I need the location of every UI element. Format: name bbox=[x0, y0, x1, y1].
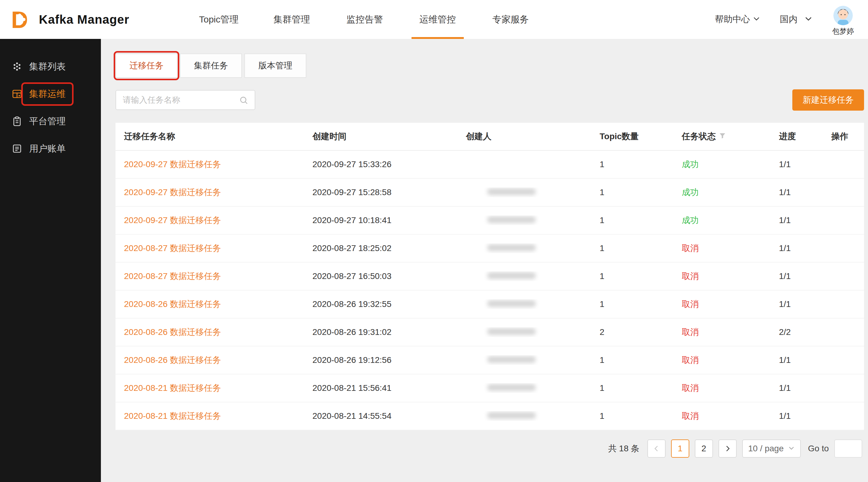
column-task-status: 任务状态 bbox=[673, 131, 770, 142]
search-icon[interactable] bbox=[239, 95, 249, 105]
status-badge: 成功 bbox=[673, 215, 770, 226]
topic-count-cell: 1 bbox=[591, 299, 673, 309]
creator-cell bbox=[457, 216, 591, 225]
created-time-cell: 2020-08-27 18:25:02 bbox=[304, 244, 457, 253]
svg-text:D: D bbox=[11, 7, 28, 32]
creator-cell bbox=[457, 271, 591, 281]
sidebar-item-label: 用户账单 bbox=[29, 142, 66, 155]
cluster-ops-icon bbox=[11, 89, 23, 99]
nav-topic-manage[interactable]: Topic管理 bbox=[182, 0, 255, 39]
column-creator: 创建人 bbox=[457, 131, 591, 142]
help-center-menu[interactable]: 帮助中心 bbox=[715, 13, 761, 26]
tab-cluster-tasks[interactable]: 集群任务 bbox=[180, 54, 242, 78]
created-time-cell: 2020-08-26 19:31:02 bbox=[304, 327, 457, 337]
topic-count-cell: 1 bbox=[591, 244, 673, 253]
user-billing-icon bbox=[11, 143, 23, 154]
topic-count-cell: 1 bbox=[591, 355, 673, 365]
table-row: 2020-09-27 数据迁移任务 2020-09-27 15:33:26 1 … bbox=[116, 151, 864, 179]
task-name-link[interactable]: 2020-09-27 数据迁移任务 bbox=[124, 160, 221, 169]
task-name-link[interactable]: 2020-08-26 数据迁移任务 bbox=[124, 327, 221, 337]
header-right: 帮助中心 国内 包梦婷 bbox=[715, 0, 854, 39]
progress-cell: 1/1 bbox=[770, 271, 823, 281]
topic-count-cell: 1 bbox=[591, 160, 673, 169]
creator-cell bbox=[457, 299, 591, 309]
topic-count-cell: 1 bbox=[591, 271, 673, 281]
region-selector[interactable]: 国内 bbox=[780, 13, 813, 26]
task-name-link[interactable]: 2020-08-21 数据迁移任务 bbox=[124, 383, 221, 393]
goto-label: Go to bbox=[808, 444, 829, 453]
task-name-link[interactable]: 2020-08-21 数据迁移任务 bbox=[124, 411, 221, 421]
status-badge: 取消 bbox=[673, 298, 770, 310]
created-time-cell: 2020-08-26 19:12:56 bbox=[304, 355, 457, 365]
username: 包梦婷 bbox=[832, 26, 854, 36]
pagination-page-2[interactable]: 2 bbox=[695, 440, 713, 458]
progress-cell: 1/1 bbox=[770, 411, 823, 421]
task-name-link[interactable]: 2020-08-27 数据迁移任务 bbox=[124, 271, 221, 281]
top-header: D Kafka Manager Topic管理 集群管理 监控告警 运维管控 专… bbox=[0, 0, 868, 39]
table-row: 2020-08-26 数据迁移任务 2020-08-26 19:31:02 2 … bbox=[116, 319, 864, 347]
search-input[interactable] bbox=[116, 91, 255, 109]
creator-cell bbox=[457, 188, 591, 197]
region-label: 国内 bbox=[780, 13, 798, 26]
user-profile[interactable]: 包梦婷 bbox=[832, 6, 854, 36]
nav-expert-service[interactable]: 专家服务 bbox=[474, 0, 547, 39]
task-name-link[interactable]: 2020-09-27 数据迁移任务 bbox=[124, 188, 221, 197]
creator-cell bbox=[457, 411, 591, 421]
status-badge: 成功 bbox=[673, 187, 770, 198]
topic-count-cell: 1 bbox=[591, 216, 673, 225]
create-migration-task-button[interactable]: 新建迁移任务 bbox=[792, 89, 864, 110]
chevron-down-icon bbox=[752, 14, 761, 25]
help-center-label: 帮助中心 bbox=[715, 13, 750, 26]
nav-cluster-manage[interactable]: 集群管理 bbox=[255, 0, 328, 39]
task-status-label: 任务状态 bbox=[682, 131, 716, 142]
progress-cell: 1/1 bbox=[770, 355, 823, 365]
main-content: 迁移任务 集群任务 版本管理 新建迁移任务 迁移任务名称 创建时间 创建人 To… bbox=[101, 39, 868, 482]
creator-cell bbox=[457, 355, 591, 365]
table-row: 2020-09-27 数据迁移任务 2020-09-27 15:28:58 1 … bbox=[116, 179, 864, 207]
goto-page-input[interactable] bbox=[834, 440, 862, 458]
app-title: Kafka Manager bbox=[39, 13, 129, 26]
pagination-total: 共 18 条 bbox=[608, 443, 640, 454]
created-time-cell: 2020-09-27 15:28:58 bbox=[304, 188, 457, 197]
tab-migration-tasks[interactable]: 迁移任务 bbox=[116, 54, 178, 78]
table-row: 2020-08-27 数据迁移任务 2020-08-27 16:50:03 1 … bbox=[116, 263, 864, 291]
page-size-value: 10 / page bbox=[748, 444, 784, 453]
task-name-link[interactable]: 2020-08-26 数据迁移任务 bbox=[124, 355, 221, 365]
table-row: 2020-08-21 数据迁移任务 2020-08-21 15:56:41 1 … bbox=[116, 375, 864, 403]
nav-ops-control[interactable]: 运维管控 bbox=[401, 0, 474, 39]
sidebar-item-cluster-ops[interactable]: 集群运维 bbox=[0, 80, 101, 107]
cluster-list-icon bbox=[11, 61, 23, 72]
created-time-cell: 2020-08-27 16:50:03 bbox=[304, 271, 457, 281]
created-time-cell: 2020-08-21 14:55:54 bbox=[304, 411, 457, 421]
nav-monitor-alert[interactable]: 监控告警 bbox=[328, 0, 401, 39]
task-name-link[interactable]: 2020-08-27 数据迁移任务 bbox=[124, 244, 221, 253]
pagination-page-1[interactable]: 1 bbox=[671, 440, 689, 458]
task-name-link[interactable]: 2020-08-26 数据迁移任务 bbox=[124, 299, 221, 309]
sidebar-item-user-billing[interactable]: 用户账单 bbox=[0, 135, 101, 162]
status-badge: 取消 bbox=[673, 410, 770, 422]
creator-cell bbox=[457, 327, 591, 337]
brand[interactable]: D Kafka Manager bbox=[8, 0, 129, 39]
status-badge: 取消 bbox=[673, 382, 770, 394]
status-badge: 取消 bbox=[673, 243, 770, 254]
topic-count-cell: 1 bbox=[591, 188, 673, 197]
task-name-link[interactable]: 2020-09-27 数据迁移任务 bbox=[124, 216, 221, 225]
filter-funnel-icon[interactable] bbox=[719, 132, 726, 141]
sidebar-item-platform-manage[interactable]: 平台管理 bbox=[0, 107, 101, 135]
column-progress: 进度 bbox=[770, 131, 823, 142]
pagination-next-button[interactable] bbox=[718, 440, 737, 458]
column-topic-count: Topic数量 bbox=[591, 131, 673, 142]
sidebar-item-cluster-list[interactable]: 集群列表 bbox=[0, 53, 101, 80]
sidebar: 集群列表 集群运维 平台管理 用户账单 bbox=[0, 39, 101, 482]
user-avatar[interactable] bbox=[833, 6, 853, 25]
progress-cell: 1/1 bbox=[770, 188, 823, 197]
page-size-select[interactable]: 10 / page bbox=[742, 440, 801, 458]
creator-cell bbox=[457, 244, 591, 253]
status-badge: 成功 bbox=[673, 159, 770, 170]
column-operations: 操作 bbox=[823, 131, 864, 142]
migration-task-table: 迁移任务名称 创建时间 创建人 Topic数量 任务状态 进度 操作 2020-… bbox=[116, 123, 864, 430]
progress-cell: 1/1 bbox=[770, 244, 823, 253]
tab-version-manage[interactable]: 版本管理 bbox=[244, 54, 306, 78]
pagination-prev-button[interactable] bbox=[647, 440, 665, 458]
created-time-cell: 2020-08-26 19:32:55 bbox=[304, 299, 457, 309]
